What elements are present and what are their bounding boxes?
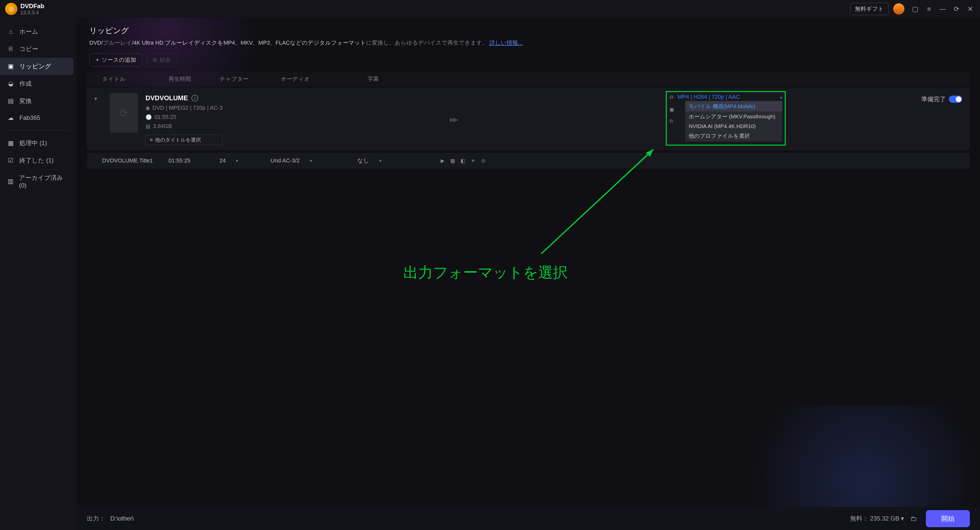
avatar[interactable]: [893, 3, 904, 14]
disc-icon: ◉: [145, 105, 150, 111]
output-path[interactable]: D:\other\: [110, 515, 134, 522]
sidebar-item-label: コピー: [19, 45, 38, 53]
format-option-hometheater[interactable]: ホームシアター (MKV.Passthrough): [685, 111, 782, 122]
format-option-nvidiaai[interactable]: NVIDIA AI (MP4.4K.HDR10): [685, 122, 782, 131]
minimize-icon[interactable]: —: [938, 4, 947, 14]
col-subtitle: 字幕: [368, 75, 444, 83]
edit-icon[interactable]: ▩: [449, 157, 456, 164]
sidebar-separator: [5, 130, 72, 130]
disc-meta: DVD | MPEG2 | 720p | AC-3: [153, 105, 223, 111]
chapter-dropdown[interactable]: ▾: [236, 159, 238, 163]
col-chapter: チャプター: [220, 75, 281, 83]
archive-icon: ▥: [7, 178, 14, 185]
subtitle-dropdown[interactable]: ▾: [379, 159, 381, 163]
processing-icon: ▦: [7, 140, 14, 147]
app-version: 13.0.3.4: [21, 10, 44, 16]
sidebar-item-label: 処理中 (1): [19, 139, 47, 147]
more-info-link[interactable]: 詳しい情報...: [489, 40, 523, 46]
disc-thumbnail: ⟳: [110, 93, 138, 133]
sidebar-item-fab365[interactable]: ☁Fab365: [0, 109, 76, 126]
format-dropdown-menu: モバイル 機器(MP4.Mobile) ホームシアター (MKV.Passthr…: [685, 101, 782, 141]
delete-icon[interactable]: ⊘: [480, 157, 487, 164]
sidebar-item-archived[interactable]: ▥アーカイブ済み (0): [0, 169, 76, 194]
sidebar-item-label: Fab365: [19, 114, 40, 121]
track-title: DVDVOLUME.Title1: [102, 157, 169, 164]
home-icon: ⌂: [7, 28, 14, 35]
merge-button: ⧉結合: [146, 53, 177, 67]
sidebar-item-processing[interactable]: ▦処理中 (1): [0, 135, 76, 152]
output-label: 出力：: [87, 514, 105, 523]
storage-icon: ▣: [669, 106, 675, 113]
message-icon[interactable]: ▢: [910, 4, 920, 14]
play-icon[interactable]: ▶: [439, 157, 446, 164]
finished-icon: ☑: [7, 157, 14, 164]
format-option-mobile[interactable]: モバイル 機器(MP4.Mobile): [685, 101, 782, 111]
format-panel: ⊖ MP4 | H264 | 720p | AAC ▴ ↻ モバイル 機器(MP…: [666, 91, 786, 146]
settings-icon[interactable]: ◧: [460, 157, 466, 164]
app-name: DVDFab: [21, 3, 44, 10]
main: リッピング DVD/ブルーレイ/4K Ultra HD ブルーレイディスクをMP…: [76, 18, 980, 507]
table-header: タイトル 再生時間 チャプター オーディオ 字幕: [87, 72, 970, 86]
app-logo: ◎ DVDFab 13.0.3.4: [5, 3, 44, 16]
track-row: DVDVOLUME.Title1 01:55:25 24 ▾ Und AC-3/…: [87, 153, 970, 168]
start-button[interactable]: 開始: [926, 510, 970, 527]
sidebar-item-label: 作成: [19, 79, 32, 88]
sidebar-item-home[interactable]: ⌂ホーム: [0, 23, 76, 40]
sidebar-item-copy[interactable]: ⎘コピー: [0, 40, 76, 58]
sidebar-item-label: 変換: [19, 97, 32, 105]
ripping-icon: ▣: [7, 63, 14, 70]
merge-icon: ⧉: [153, 57, 157, 63]
size-icon: ▤: [145, 123, 150, 129]
audio-dropdown[interactable]: ▾: [310, 159, 312, 163]
chevron-up-icon[interactable]: ▴: [780, 95, 782, 100]
folder-icon[interactable]: 🗀: [908, 513, 919, 524]
output-icon: ⊖: [669, 94, 675, 100]
disc-size: 3.84GB: [153, 123, 172, 130]
app-logo-icon: ◎: [5, 3, 18, 15]
disc-card: ▾ ⟳ DVDVOLUME i ◉DVD | MPEG2 | 720p | AC…: [87, 88, 970, 150]
sidebar-item-label: ホーム: [19, 27, 38, 36]
free-gift-button[interactable]: 無料ギフト: [850, 3, 889, 15]
page-description: DVD/ブルーレイ/4K Ultra HD ブルーレイディスクをMP4、MKV、…: [89, 39, 967, 47]
chevron-down-icon: ▾: [901, 515, 904, 522]
clock-icon: 🕘: [145, 114, 152, 120]
sidebar-item-label: アーカイブ済み (0): [19, 174, 70, 189]
menu-icon[interactable]: ≡: [924, 4, 934, 14]
track-audio: Und AC-3/2: [270, 157, 300, 164]
sidebar-item-label: 終了した (1): [19, 156, 54, 165]
sidebar-item-finished[interactable]: ☑終了した (1): [0, 152, 76, 169]
disc-duration: 01:55:25: [154, 114, 177, 121]
list-icon: ≡: [150, 137, 153, 143]
ready-status: 準備完了: [921, 95, 962, 103]
convert-icon: ▤: [7, 97, 14, 105]
copy-icon: ⎘: [7, 45, 14, 52]
sidebar-item-create[interactable]: ◒作成: [0, 75, 76, 92]
annotation-label: 出力フォーマットを選択: [403, 263, 568, 282]
sidebar: ⌂ホーム ⎘コピー ▣リッピング ◒作成 ▤変換 ☁Fab365 ▦処理中 (1…: [0, 18, 76, 530]
cloud-icon: ☁: [7, 114, 14, 121]
sidebar-item-label: リッピング: [19, 62, 51, 70]
close-icon[interactable]: ✕: [966, 4, 975, 14]
plus-icon: +: [96, 57, 99, 63]
ready-toggle[interactable]: [949, 96, 962, 103]
track-subtitle: なし: [357, 157, 369, 165]
info-icon[interactable]: i: [191, 95, 198, 102]
disc-name: DVDVOLUME: [145, 94, 188, 102]
create-icon: ◒: [7, 80, 14, 87]
sidebar-item-ripping[interactable]: ▣リッピング: [0, 58, 73, 75]
free-space[interactable]: 無料：235.32 GB ▾: [850, 514, 904, 523]
sidebar-item-convert[interactable]: ▤変換: [0, 92, 76, 109]
col-duration: 再生時間: [169, 75, 220, 83]
refresh-icon[interactable]: ⟳: [952, 4, 961, 14]
format-dropdown[interactable]: MP4 | H264 | 720p | AAC: [678, 94, 778, 100]
add-source-button[interactable]: +ソースの追加: [89, 53, 142, 67]
track-duration: 01:55:25: [169, 157, 220, 164]
format-option-other[interactable]: 他のプロファイルを選択: [685, 131, 782, 141]
track-chapter: 24: [220, 157, 226, 164]
col-title: タイトル: [102, 75, 169, 83]
titlebar: ◎ DVDFab 13.0.3.4 無料ギフト ▢ ≡ — ⟳ ✕: [0, 0, 980, 18]
preview-icon[interactable]: ✶: [470, 157, 476, 164]
bottom-bar: 出力： D:\other\ 無料：235.32 GB ▾ 🗀 開始: [76, 507, 980, 530]
other-titles-button[interactable]: ≡他のタイトルを選択: [145, 135, 223, 145]
collapse-icon[interactable]: ▾: [94, 93, 102, 145]
